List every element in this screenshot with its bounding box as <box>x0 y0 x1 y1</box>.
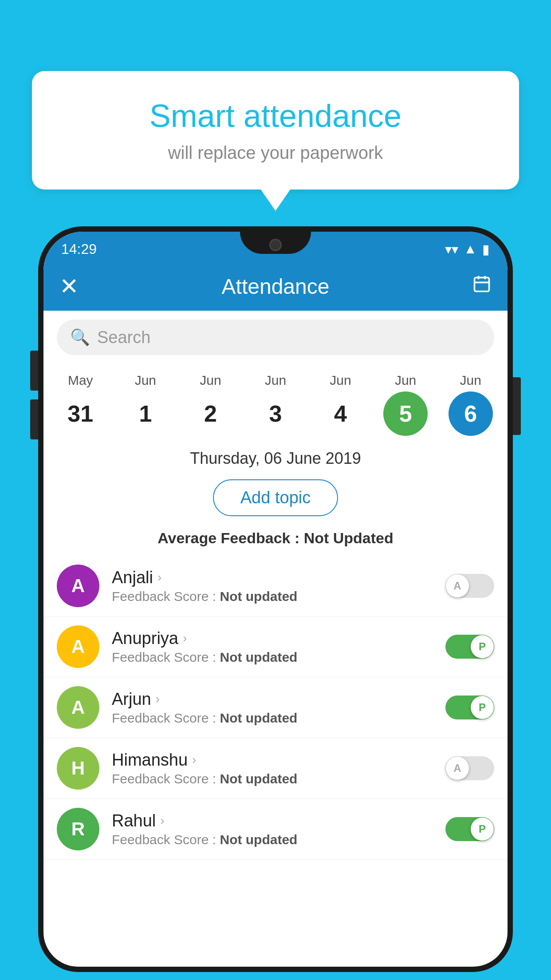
cal-date-number: 3 <box>253 391 298 436</box>
cal-month-label: Jun <box>395 373 416 388</box>
feedback-label: Average Feedback : <box>157 530 299 546</box>
search-container: 🔍 Search <box>43 311 508 364</box>
bubble-subtitle: will replace your paperwork <box>54 143 497 163</box>
avatar: A <box>57 565 99 607</box>
cal-month-label: Jun <box>330 373 351 388</box>
chevron-icon: › <box>157 570 161 585</box>
attendance-toggle[interactable]: P <box>445 695 494 719</box>
cal-day-3[interactable]: Jun3 <box>249 373 302 436</box>
phone-screen: 14:29 ▾▾ ▲ ▮ ✕ Attendance <box>43 232 508 967</box>
volume-buttons <box>30 351 38 439</box>
cal-date-number: 5 <box>383 391 428 436</box>
student-name: Rahul › <box>112 811 433 830</box>
feedback-info: Average Feedback : Not Updated <box>43 525 508 556</box>
student-feedback: Feedback Score : Not updated <box>112 650 433 665</box>
student-info: Anjali ›Feedback Score : Not updated <box>112 568 433 604</box>
cal-day-1[interactable]: Jun1 <box>119 373 172 436</box>
search-placeholder: Search <box>97 328 150 347</box>
student-info: Himanshu ›Feedback Score : Not updated <box>112 751 433 786</box>
wifi-icon: ▾▾ <box>445 241 458 257</box>
app-bar: ✕ Attendance <box>43 262 508 311</box>
student-feedback: Feedback Score : Not updated <box>112 771 433 786</box>
student-item[interactable]: AAnjali ›Feedback Score : Not updatedA <box>43 556 508 616</box>
cal-date-number: 1 <box>123 391 168 436</box>
svg-rect-0 <box>475 277 489 291</box>
cal-date-number: 31 <box>58 391 102 436</box>
feedback-value: Not Updated <box>304 530 394 546</box>
student-item[interactable]: RRahul ›Feedback Score : Not updatedP <box>43 799 508 860</box>
avatar: R <box>57 808 99 850</box>
student-feedback: Feedback Score : Not updated <box>112 589 433 604</box>
cal-day-2[interactable]: Jun2 <box>184 373 237 436</box>
app-title: Attendance <box>92 274 459 299</box>
student-info: Arjun ›Feedback Score : Not updated <box>112 690 433 726</box>
chevron-icon: › <box>192 753 196 767</box>
chevron-icon: › <box>183 631 187 645</box>
search-bar[interactable]: 🔍 Search <box>57 320 494 355</box>
cal-month-label: Jun <box>460 373 481 388</box>
student-name: Anupriya › <box>112 629 433 648</box>
status-icons: ▾▾ ▲ ▮ <box>445 237 490 257</box>
speech-bubble: Smart attendance will replace your paper… <box>32 71 519 190</box>
battery-icon: ▮ <box>482 241 490 257</box>
student-feedback: Feedback Score : Not updated <box>112 711 433 726</box>
close-button[interactable]: ✕ <box>59 275 79 298</box>
phone-notch <box>240 232 311 254</box>
student-name: Himanshu › <box>112 751 433 770</box>
front-camera <box>269 239 282 251</box>
add-topic-button[interactable]: Add topic <box>213 479 338 516</box>
cal-month-label: Jun <box>265 373 286 388</box>
cal-date-number: 6 <box>449 391 493 436</box>
power-button <box>513 377 521 435</box>
cal-date-number: 4 <box>319 391 363 436</box>
calendar-button[interactable] <box>472 274 492 298</box>
calendar-strip: May31Jun1Jun2Jun3Jun4Jun5Jun6 <box>43 364 508 440</box>
selected-date-label: Thursday, 06 June 2019 <box>43 440 508 472</box>
vol-down-btn <box>30 399 38 439</box>
student-item[interactable]: AArjun ›Feedback Score : Not updatedP <box>43 677 508 738</box>
student-feedback: Feedback Score : Not updated <box>112 832 433 847</box>
avatar: A <box>57 686 99 729</box>
cal-day-6[interactable]: Jun6 <box>444 373 497 436</box>
signal-icon: ▲ <box>464 241 477 257</box>
cal-month-label: Jun <box>135 373 156 388</box>
avatar: H <box>57 747 99 790</box>
search-icon: 🔍 <box>70 328 90 347</box>
student-name: Arjun › <box>112 690 433 709</box>
chevron-icon: › <box>160 814 164 828</box>
vol-up-btn <box>30 351 38 391</box>
cal-day-4[interactable]: Jun4 <box>314 373 367 436</box>
cal-month-label: May <box>68 373 93 388</box>
attendance-toggle[interactable]: A <box>445 756 494 780</box>
add-topic-container: Add topic <box>43 472 508 525</box>
cal-month-label: Jun <box>200 373 221 388</box>
student-list: AAnjali ›Feedback Score : Not updatedAAA… <box>43 556 508 860</box>
phone-frame: 14:29 ▾▾ ▲ ▮ ✕ Attendance <box>38 226 513 980</box>
student-item[interactable]: AAnupriya ›Feedback Score : Not updatedP <box>43 616 508 677</box>
cal-day-5[interactable]: Jun5 <box>379 373 432 436</box>
attendance-toggle[interactable]: P <box>445 817 494 841</box>
bubble-title: Smart attendance <box>54 98 497 134</box>
attendance-toggle[interactable]: A <box>445 574 494 598</box>
avatar: A <box>57 625 99 668</box>
chevron-icon: › <box>156 692 160 706</box>
student-item[interactable]: HHimanshu ›Feedback Score : Not updatedA <box>43 738 508 799</box>
student-info: Anupriya ›Feedback Score : Not updated <box>112 629 433 665</box>
cal-day-0[interactable]: May31 <box>54 373 107 436</box>
attendance-toggle[interactable]: P <box>445 635 494 659</box>
speech-bubble-container: Smart attendance will replace your paper… <box>32 71 519 190</box>
cal-date-number: 2 <box>188 391 232 436</box>
phone-outer: 14:29 ▾▾ ▲ ▮ ✕ Attendance <box>38 226 513 972</box>
student-name: Anjali › <box>112 568 433 587</box>
student-info: Rahul ›Feedback Score : Not updated <box>112 811 433 847</box>
status-time: 14:29 <box>61 237 97 257</box>
